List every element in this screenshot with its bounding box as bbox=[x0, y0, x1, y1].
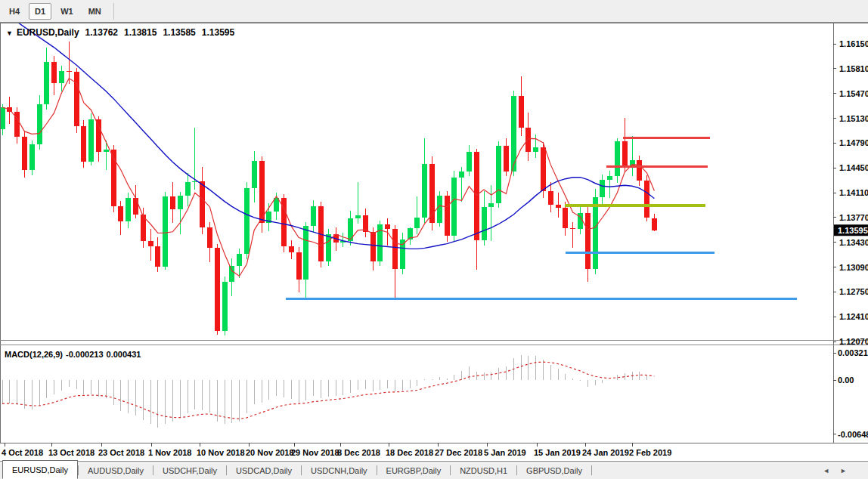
macd-tick-label: -0.006485 bbox=[838, 430, 868, 439]
date-tick-label: 2 Feb 2019 bbox=[629, 448, 671, 457]
price-tick-label: 1.12070 bbox=[839, 337, 868, 346]
ohlc-close: 1.13595 bbox=[202, 27, 234, 38]
macd-signal-value: 0.000431 bbox=[107, 350, 141, 359]
macd-indicator-label: MACD(12,26,9)-0.0002130.000431 bbox=[5, 350, 144, 359]
price-tick-label: 1.16150 bbox=[839, 39, 868, 48]
pane-borders bbox=[0, 23, 868, 443]
macd-histogram bbox=[2, 355, 654, 427]
ohlc-high: 1.13815 bbox=[124, 27, 157, 38]
date-tick-label: 18 Dec 2018 bbox=[386, 448, 433, 457]
chart-canvas[interactable]: 1.161501.158101.154701.151301.147901.144… bbox=[0, 23, 868, 459]
timeframe-toolbar: H4D1W1MN bbox=[0, 0, 868, 23]
date-tick-label: 10 Nov 2018 bbox=[197, 448, 245, 457]
date-tick-label: 20 Nov 2018 bbox=[246, 448, 294, 457]
date-tick-label: 27 Dec 2018 bbox=[435, 448, 482, 457]
tabs-scroll-right-icon[interactable]: ► bbox=[840, 467, 857, 474]
timeframe-button-mn[interactable]: MN bbox=[82, 3, 107, 20]
chart-tab-nzdusd[interactable]: NZDUSD,H1 bbox=[451, 462, 516, 479]
macd-main-value: -0.000213 bbox=[66, 350, 104, 359]
chart-tab-usdcad[interactable]: USDCAD,Daily bbox=[227, 462, 301, 479]
tabs-scroll-left-icon[interactable]: ◄ bbox=[823, 467, 840, 474]
macd-tick-label: 0.003216 bbox=[838, 348, 868, 357]
chart-tab-eurgbp[interactable]: EURGBP,Daily bbox=[377, 462, 451, 479]
price-tick-label: 1.14110 bbox=[839, 188, 868, 197]
timeframe-button-d1[interactable]: D1 bbox=[29, 3, 51, 20]
timeframe-button-w1[interactable]: W1 bbox=[54, 3, 79, 20]
price-tick-label: 1.12750 bbox=[839, 287, 868, 296]
price-tick-label: 1.15470 bbox=[839, 89, 868, 98]
price-tick-label: 1.14790 bbox=[839, 138, 868, 147]
price-pane bbox=[0, 23, 657, 335]
current-price-badge: 1.13595 bbox=[834, 224, 868, 236]
price-tick-label: 1.12410 bbox=[839, 312, 868, 321]
date-tick-label: 8 Dec 2018 bbox=[337, 448, 380, 457]
macd-name: MACD(12,26,9) bbox=[5, 350, 63, 359]
macd-tick-label: 0.00 bbox=[838, 375, 854, 385]
candles-series bbox=[0, 42, 657, 335]
date-tick-label: 24 Jan 2019 bbox=[582, 448, 629, 457]
chart-tab-gbpusd[interactable]: GBPUSD,Daily bbox=[517, 462, 591, 479]
chart-tab-eurusd[interactable]: EURUSD,Daily bbox=[2, 460, 78, 479]
date-tick-label: 23 Oct 2018 bbox=[98, 448, 144, 457]
price-axis: 1.161501.158101.154701.151301.147901.144… bbox=[833, 39, 868, 439]
date-tick-label: 29 Nov 2018 bbox=[291, 448, 339, 457]
toolbar-separator bbox=[113, 3, 114, 20]
price-tick-label: 1.15130 bbox=[839, 114, 868, 123]
date-tick-label: 15 Jan 2019 bbox=[534, 448, 581, 457]
ohlc-open: 1.13762 bbox=[85, 27, 118, 38]
chart-dropdown-icon[interactable]: ▼ bbox=[6, 29, 13, 37]
price-tick-label: 1.13430 bbox=[839, 238, 868, 247]
date-tick-label: 5 Jan 2019 bbox=[484, 448, 526, 457]
chart-tab-usdcnh[interactable]: USDCNH,Daily bbox=[302, 462, 377, 479]
chart-tabs-bar: EURUSD,DailyAUDUSD,DailyUSDCHF,DailyUSDC… bbox=[0, 461, 868, 479]
chart-symbol-label: EURUSD,Daily bbox=[17, 27, 79, 38]
tab-separator bbox=[591, 465, 592, 475]
date-axis: 4 Oct 201813 Oct 201823 Oct 20181 Nov 20… bbox=[2, 443, 671, 457]
timeframe-button-h4[interactable]: H4 bbox=[3, 3, 26, 20]
chart-title: ▼EURUSD,Daily1.137621.138151.135851.1359… bbox=[6, 27, 234, 38]
price-tick-label: 1.13090 bbox=[839, 263, 868, 272]
price-tick-label: 1.15810 bbox=[839, 64, 868, 73]
date-tick-label: 13 Oct 2018 bbox=[48, 448, 95, 457]
price-tick-label: 1.14450 bbox=[839, 163, 868, 172]
date-tick-label: 4 Oct 2018 bbox=[2, 448, 43, 457]
chart-tab-audusd[interactable]: AUDUSD,Daily bbox=[79, 462, 153, 479]
ohlc-low: 1.13585 bbox=[163, 27, 195, 38]
svg-text:1.13595: 1.13595 bbox=[838, 226, 868, 235]
price-tick-label: 1.13770 bbox=[839, 213, 868, 222]
date-tick-label: 1 Nov 2018 bbox=[148, 448, 191, 457]
chart-window[interactable]: 1.161501.158101.154701.151301.147901.144… bbox=[0, 23, 868, 459]
chart-tab-usdchf[interactable]: USDCHF,Daily bbox=[153, 462, 226, 479]
